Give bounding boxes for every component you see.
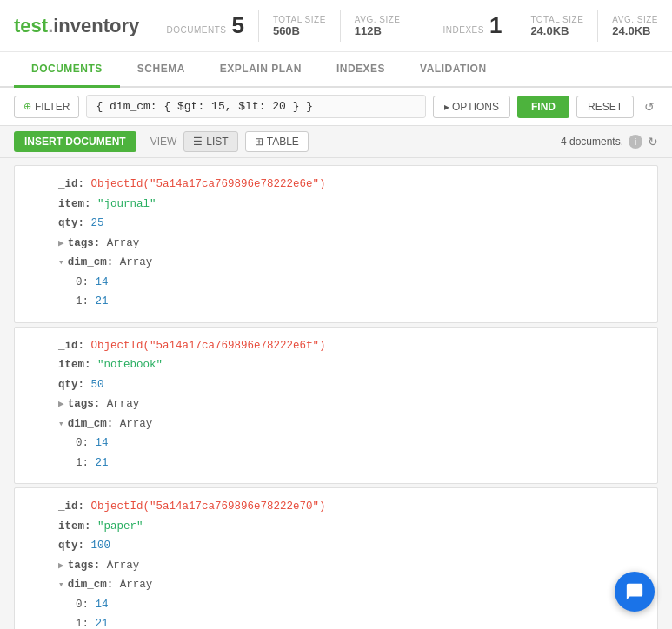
table-row: _id: ObjectId("5a14a17ca769896e78222e6f"…	[14, 327, 658, 485]
tab-schema[interactable]: SCHEMA	[120, 52, 203, 88]
expand-dim-arrow[interactable]: ▾	[58, 419, 64, 429]
view-label: VIEW	[150, 136, 177, 148]
table-row: _id: ObjectId("5a14a17ca769896e78222e70"…	[14, 487, 658, 629]
stat-divider-5	[597, 10, 598, 42]
table-icon: ⊞	[255, 136, 263, 148]
reset-button[interactable]: RESET	[576, 96, 634, 118]
expand-dim-arrow[interactable]: ▾	[58, 579, 64, 590]
tab-explain-plan[interactable]: EXPLAIN PLAN	[203, 52, 319, 88]
total-size-label: TOTAL SIZE	[273, 15, 326, 24]
header-stats: DOCUMENTS 5 TOTAL SIZE 560B AVG. SIZE 11…	[166, 10, 658, 42]
view-toolbar: INSERT DOCUMENT VIEW ☰ LIST ⊞ TABLE 4 do…	[0, 126, 672, 158]
find-button[interactable]: FIND	[517, 96, 569, 118]
insert-document-button[interactable]: INSERT DOCUMENT	[14, 131, 136, 152]
indexes-avg-group: AVG. SIZE 24.0KB	[612, 15, 658, 37]
documents-area: _id: ObjectId("5a14a17ca769896e78222e6e"…	[0, 158, 672, 629]
field-dim-0: 0: 14	[58, 273, 643, 293]
indexes-total-size-label: TOTAL SIZE	[530, 15, 583, 24]
field-qty: qty: 50	[58, 375, 643, 395]
field-tags: ▶tags: Array	[58, 556, 643, 576]
query-toolbar: ⊕ FILTER ▸ OPTIONS FIND RESET ↺	[0, 88, 672, 126]
indexes-avg-size: 24.0KB	[612, 24, 650, 37]
filter-icon: ⊕	[23, 101, 31, 112]
list-view-button[interactable]: ☰ LIST	[183, 131, 237, 152]
field-dim-1: 1: 21	[58, 454, 643, 473]
logo-inventory: inventory	[53, 15, 139, 36]
list-icon: ☰	[193, 136, 203, 148]
tab-validation[interactable]: VALIDATION	[403, 52, 504, 88]
docs-avg-size: 112B	[355, 24, 382, 37]
logo: test.inventory	[14, 15, 139, 37]
expand-tags-arrow[interactable]: ▶	[58, 399, 64, 409]
field-qty: qty: 25	[58, 214, 643, 234]
indexes-total-size: 24.0KB	[530, 24, 569, 37]
documents-label: DOCUMENTS	[166, 25, 226, 35]
tab-documents[interactable]: DOCUMENTS	[14, 52, 120, 88]
expand-dim-arrow[interactable]: ▾	[58, 257, 64, 268]
indexes-avg-size-label: AVG. SIZE	[612, 15, 658, 24]
table-view-button[interactable]: ⊞ TABLE	[245, 131, 309, 152]
documents-stat-group: DOCUMENTS 5	[166, 12, 243, 39]
field-item: item: "notebook"	[58, 355, 643, 375]
field-dim-0: 0: 14	[58, 595, 643, 615]
logo-test: test	[14, 15, 48, 36]
expand-tags-arrow[interactable]: ▶	[58, 238, 64, 248]
chat-bubble[interactable]	[615, 572, 655, 612]
header: test.inventory DOCUMENTS 5 TOTAL SIZE 56…	[0, 0, 672, 52]
options-button[interactable]: ▸ OPTIONS	[433, 96, 510, 118]
field-id: _id: ObjectId("5a14a17ca769896e78222e6e"…	[58, 175, 643, 195]
indexes-size-group: TOTAL SIZE 24.0KB	[530, 15, 583, 37]
field-dim-cm: ▾dim_cm: Array	[58, 253, 643, 273]
tab-indexes[interactable]: INDEXES	[319, 52, 403, 88]
field-id: _id: ObjectId("5a14a17ca769896e78222e70"…	[58, 497, 643, 517]
docs-avg-group: AVG. SIZE 112B	[355, 15, 401, 37]
doc-count: 4 documents.	[561, 136, 623, 148]
field-qty: qty: 100	[58, 536, 643, 556]
field-tags: ▶tags: Array	[58, 394, 643, 414]
field-dim-cm: ▾dim_cm: Array	[58, 575, 643, 595]
filter-label: FILTER	[35, 101, 70, 113]
field-dim-1: 1: 21	[58, 292, 643, 312]
field-tags: ▶tags: Array	[58, 234, 643, 254]
field-dim-0: 0: 14	[58, 434, 643, 454]
doc-count-area: 4 documents. i ↻	[561, 135, 658, 149]
field-dim-cm: ▾dim_cm: Array	[58, 414, 643, 434]
stat-divider-3	[422, 10, 422, 42]
filter-button[interactable]: ⊕ FILTER	[14, 96, 79, 118]
table-label: TABLE	[267, 136, 299, 148]
indexes-count: 1	[489, 12, 502, 39]
docs-total-size: 560B	[273, 24, 300, 37]
documents-count: 5	[231, 12, 243, 39]
field-dim-1: 1: 21	[58, 614, 643, 629]
chat-icon	[625, 582, 644, 601]
field-id: _id: ObjectId("5a14a17ca769896e78222e6f"…	[58, 336, 643, 356]
table-row: _id: ObjectId("5a14a17ca769896e78222e6e"…	[14, 165, 658, 323]
stat-divider-1	[258, 10, 259, 42]
field-item: item: "paper"	[58, 517, 643, 537]
stat-divider-2	[340, 10, 341, 42]
refresh-icon[interactable]: ↻	[648, 135, 658, 149]
docs-size-group: TOTAL SIZE 560B	[273, 15, 326, 37]
list-label: LIST	[206, 136, 228, 148]
field-item: item: "journal"	[58, 195, 643, 215]
stat-divider-4	[516, 10, 516, 42]
info-icon[interactable]: i	[629, 135, 642, 149]
history-button[interactable]: ↺	[641, 96, 658, 117]
indexes-label: INDEXES	[443, 25, 484, 35]
avg-size-label: AVG. SIZE	[355, 15, 401, 24]
tabs-bar: DOCUMENTS SCHEMA EXPLAIN PLAN INDEXES VA…	[0, 52, 672, 88]
expand-tags-arrow[interactable]: ▶	[58, 560, 64, 571]
indexes-stat-group: INDEXES 1	[443, 12, 502, 39]
query-input[interactable]	[86, 95, 425, 118]
